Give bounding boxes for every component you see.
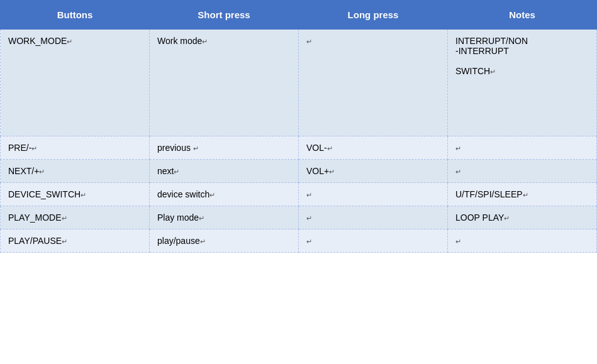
button-reference-table: Buttons Short press Long press Notes WOR… xyxy=(0,0,597,253)
main-table-container: Buttons Short press Long press Notes WOR… xyxy=(0,0,597,253)
col-header-long: Long press xyxy=(299,1,448,30)
cell-notes: ↵ xyxy=(448,136,597,160)
cell-long: ↵ xyxy=(299,183,448,206)
table-header-row: Buttons Short press Long press Notes xyxy=(1,1,597,30)
table-row: NEXT/+↵next↵VOL+↵↵ xyxy=(1,160,597,183)
cell-button: WORK_MODE↵ xyxy=(1,30,150,136)
cell-button: PLAY_MODE↵ xyxy=(1,206,150,229)
table-row: WORK_MODE↵Work mode↵↵INTERRUPT/NON-INTER… xyxy=(1,30,597,136)
table-row: DEVICE_SWITCH↵device switch↵↵U/TF/SPI/SL… xyxy=(1,183,597,206)
cell-short: device switch↵ xyxy=(150,183,299,206)
cell-long: ↵ xyxy=(299,206,448,229)
cell-button: PRE/-↵ xyxy=(1,136,150,160)
cell-button: NEXT/+↵ xyxy=(1,160,150,183)
cell-short: previous ↵ xyxy=(150,136,299,160)
col-header-short: Short press xyxy=(150,1,299,30)
cell-short: Play mode↵ xyxy=(150,206,299,229)
cell-short: next↵ xyxy=(150,160,299,183)
cell-long: ↵ xyxy=(299,30,448,136)
cell-notes: ↵ xyxy=(448,229,597,253)
cell-long: ↵ xyxy=(299,229,448,253)
table-row: PLAY_MODE↵Play mode↵↵LOOP PLAY↵ xyxy=(1,206,597,229)
table-row: PRE/-↵previous ↵VOL-↵↵ xyxy=(1,136,597,160)
cell-short: play/pause↵ xyxy=(150,229,299,253)
cell-button: PLAY/PAUSE↵ xyxy=(1,229,150,253)
cell-long: VOL-↵ xyxy=(299,136,448,160)
col-header-buttons: Buttons xyxy=(1,1,150,30)
table-row: PLAY/PAUSE↵play/pause↵↵↵ xyxy=(1,229,597,253)
cell-notes: ↵ xyxy=(448,160,597,183)
cell-notes: LOOP PLAY↵ xyxy=(448,206,597,229)
cell-button: DEVICE_SWITCH↵ xyxy=(1,183,150,206)
col-header-notes: Notes xyxy=(448,1,597,30)
cell-short: Work mode↵ xyxy=(150,30,299,136)
cell-long: VOL+↵ xyxy=(299,160,448,183)
cell-notes: INTERRUPT/NON-INTERRUPTSWITCH↵ xyxy=(448,30,597,136)
cell-notes: U/TF/SPI/SLEEP↵ xyxy=(448,183,597,206)
